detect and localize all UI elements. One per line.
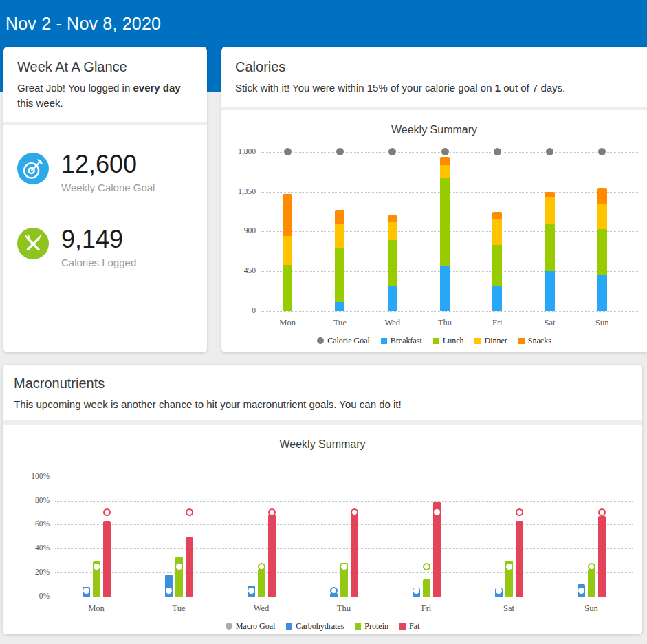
gridline	[261, 152, 639, 153]
glance-subtitle-text: Great Job! You logged in	[17, 82, 133, 94]
y-axis-tick-label: 0	[230, 306, 256, 314]
legend-item-breakfast[interactable]: Breakfast	[381, 336, 422, 346]
gridline	[55, 597, 633, 597]
snacks-bar-sun	[597, 188, 607, 204]
gridline	[261, 311, 639, 312]
fat-goal-point-sat	[516, 508, 523, 516]
legend-label: Snacks	[528, 336, 551, 346]
macronutrients-card: Macronutrients This upcoming week is ano…	[3, 365, 642, 634]
protein-goal-point-fri	[423, 563, 430, 570]
breakfast-bar-sun	[597, 275, 607, 311]
gridline	[261, 271, 639, 272]
x-axis-label-tue: Tue	[316, 318, 364, 328]
legend-item-macro-goal[interactable]: Macro Goal	[226, 621, 276, 632]
gridline	[55, 477, 633, 477]
protein-bar-tue	[175, 557, 183, 596]
macro-title: Macronutrients	[14, 376, 631, 391]
protein-bar-wed	[258, 569, 265, 597]
lunch-bar-mon	[283, 265, 292, 311]
dinner-bar-wed	[388, 222, 397, 240]
legend-marker-carbohydrates	[286, 623, 292, 630]
legend-item-protein[interactable]: Protein	[355, 621, 388, 632]
stat-text: 9,149 Calories Logged	[61, 225, 136, 268]
legend-marker-fat	[399, 623, 406, 630]
dinner-bar-mon	[283, 236, 292, 265]
legend-item-fat[interactable]: Fat	[399, 621, 419, 632]
legend-marker-dinner	[474, 338, 481, 344]
breakfast-bar-tue	[335, 302, 344, 311]
x-axis-label-fri: Fri	[473, 318, 521, 328]
x-axis-label-fri: Fri	[402, 603, 450, 614]
y-axis-tick-label: 40%	[12, 544, 50, 552]
fat-goal-point-thu	[351, 508, 358, 516]
lunch-bar-tue	[335, 248, 344, 302]
carbohydrates-goal-point-tue	[166, 588, 172, 594]
glance-card-header: Week At A Glance Great Job! You logged i…	[3, 47, 207, 122]
protein-bar-fri	[423, 579, 430, 596]
card-divider	[3, 420, 642, 425]
protein-goal-point-sun	[588, 563, 595, 570]
target-icon	[17, 153, 49, 184]
carbohydrates-goal-point-sun	[578, 588, 584, 594]
calories-subtitle-text: Stick with it! You were within 15% of yo…	[235, 82, 495, 94]
x-axis-label-mon: Mon	[72, 603, 120, 614]
snacks-bar-wed	[388, 215, 397, 222]
legend-item-snacks[interactable]: Snacks	[518, 336, 551, 346]
x-axis-label-sun: Sun	[578, 318, 626, 328]
y-axis-tick-label: 1,350	[230, 187, 256, 195]
y-axis-tick-label: 1,800	[230, 147, 256, 155]
glance-stats: 12,600 Weekly Calorie Goal	[3, 125, 207, 269]
fat-bar-mon	[103, 521, 111, 597]
y-axis-tick-label: 80%	[12, 496, 50, 504]
x-axis-label-sat: Sat	[485, 603, 533, 614]
protein-goal-point-tue	[176, 564, 182, 570]
snacks-bar-thu	[440, 157, 450, 165]
calories-subtitle-bold: 1	[495, 82, 501, 94]
legend-label: Carbohydrates	[296, 621, 344, 632]
legend-item-dinner[interactable]: Dinner	[474, 336, 507, 346]
dinner-bar-sat	[545, 197, 555, 224]
legend-marker-lunch	[433, 338, 439, 344]
protein-goal-point-sat	[506, 564, 512, 570]
breakfast-bar-wed	[388, 286, 397, 311]
gridline	[55, 524, 633, 525]
macro-subtitle: This upcoming week is another chance to …	[14, 397, 631, 412]
legend-label: Fat	[409, 621, 419, 632]
stat-text: 12,600 Weekly Calorie Goal	[61, 150, 155, 193]
carbohydrates-goal-point-fri	[413, 588, 419, 594]
fat-goal-point-sun	[598, 508, 606, 516]
legend-marker-protein	[355, 623, 361, 630]
calories-chart-title: Weekly Summary	[221, 122, 647, 138]
carbohydrates-goal-point-wed	[248, 588, 254, 594]
legend-item-lunch[interactable]: Lunch	[433, 336, 464, 346]
legend-label: Breakfast	[391, 336, 422, 346]
carbohydrates-goal-point-mon	[83, 588, 89, 594]
protein-goal-point-thu	[341, 564, 347, 570]
y-axis-tick-label: 0%	[12, 592, 50, 600]
calories-subtitle: Stick with it! You were within 15% of yo…	[235, 80, 633, 96]
gridline	[261, 231, 639, 232]
x-axis-label-sun: Sun	[567, 603, 615, 614]
legend-item-calorie-goal[interactable]: Calorie Goal	[317, 336, 370, 346]
carbohydrates-goal-point-thu	[330, 587, 338, 594]
snacks-bar-tue	[335, 210, 344, 224]
glance-subtitle-bold: every day	[133, 82, 180, 94]
gridline	[261, 192, 639, 193]
fat-goal-point-tue	[186, 508, 193, 516]
x-axis-label-wed: Wed	[369, 318, 417, 328]
macro-card-header: Macronutrients This upcoming week is ano…	[3, 365, 642, 420]
legend-item-carbohydrates[interactable]: Carbohydrates	[286, 621, 344, 632]
legend-marker-calorie-goal	[317, 337, 324, 344]
calories-logged-label: Calories Logged	[61, 257, 136, 268]
glance-subtitle: Great Job! You logged in every day this …	[17, 80, 193, 111]
calories-card: Calories Stick with it! You were within …	[221, 47, 647, 352]
fat-bar-sat	[516, 521, 523, 597]
dinner-bar-fri	[492, 219, 502, 245]
dinner-bar-sun	[597, 204, 607, 229]
y-axis-tick-label: 900	[230, 226, 256, 235]
fat-bar-sun	[598, 516, 606, 597]
fat-goal-point-mon	[103, 508, 111, 516]
x-axis-label-thu: Thu	[421, 318, 469, 328]
x-axis-label-sat: Sat	[526, 318, 574, 328]
gridline	[55, 501, 633, 502]
